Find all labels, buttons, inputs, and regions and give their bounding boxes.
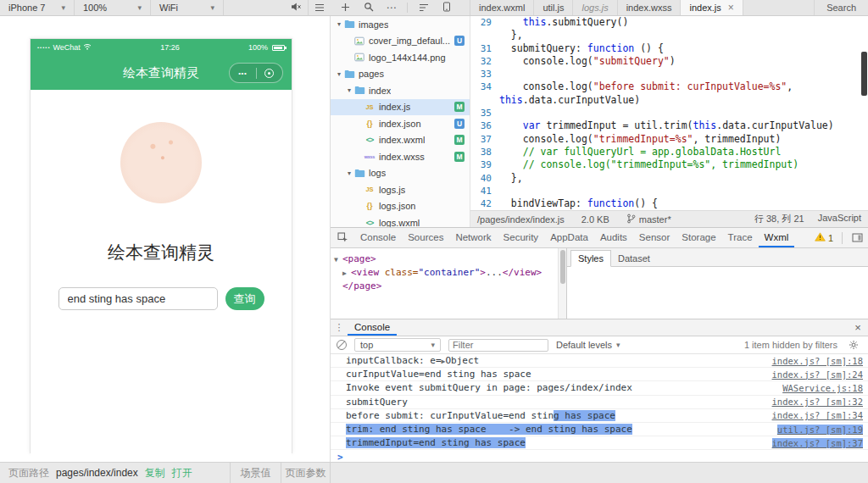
- inspect-element-button[interactable]: [331, 232, 354, 243]
- tab-storage[interactable]: Storage: [676, 228, 721, 247]
- chevron-down-icon[interactable]: ▾: [335, 70, 343, 78]
- file-explorer: ▾ images cover_img_defaul... U logo_144x…: [331, 16, 470, 227]
- tab-styles[interactable]: Styles: [570, 250, 611, 267]
- mute-button[interactable]: [285, 0, 308, 15]
- wxml-node-page-close: </page>: [334, 280, 558, 292]
- tab-appdata[interactable]: AppData: [544, 228, 594, 247]
- code-line: 32 console.log("submitQuery"): [470, 55, 868, 68]
- capsule-exit-button[interactable]: [257, 64, 283, 82]
- tree-item-index[interactable]: ▾ index: [331, 82, 470, 99]
- console-source-link[interactable]: WAService.js:18: [782, 383, 863, 393]
- zoom-selector[interactable]: 100% ▾: [75, 0, 151, 15]
- query-button[interactable]: 查询: [225, 287, 264, 310]
- simulator-panel: ••••• WeChat 17:26 100% 绘本查询精灵 •••: [0, 16, 331, 462]
- tree-item-images[interactable]: ▾ images: [331, 16, 470, 33]
- git-branch-indicator[interactable]: master*: [626, 214, 671, 225]
- console-source-link[interactable]: index.js? [sm]:18: [772, 356, 863, 366]
- tab-logs-js[interactable]: logs.js: [573, 0, 617, 15]
- signal-dots-icon: •••••: [37, 45, 51, 50]
- tab-sensor[interactable]: Sensor: [633, 228, 676, 247]
- format-button[interactable]: [412, 2, 435, 14]
- tab-network[interactable]: Network: [449, 228, 497, 247]
- code-text: var trimmedInput = util.trim(this.data.c…: [499, 119, 834, 132]
- close-tab-icon[interactable]: ×: [728, 3, 734, 13]
- editor-scrollbar-thumb[interactable]: [861, 52, 867, 96]
- expand-arrow-icon[interactable]: ▼: [334, 253, 342, 266]
- console-source-link[interactable]: index.js? [sm]:24: [772, 369, 863, 380]
- code-text: },: [499, 172, 523, 185]
- chevron-down-icon[interactable]: ▾: [345, 86, 353, 94]
- simulator-controls: iPhone 7 ▾ 100% ▾ WiFi ▾: [0, 0, 331, 15]
- tree-item-logs-wxml[interactable]: <> logs.wxml: [331, 214, 470, 227]
- tab-audits[interactable]: Audits: [594, 228, 633, 247]
- console-source-link[interactable]: index.js? [sm]:37: [772, 438, 863, 448]
- log-levels-selector[interactable]: Default levels ▾: [556, 340, 620, 350]
- tab-dataset[interactable]: Dataset: [611, 251, 657, 266]
- console-source-link[interactable]: index.js? [sm]:32: [772, 397, 863, 407]
- search-files-button[interactable]: [357, 2, 380, 14]
- tab-sources[interactable]: Sources: [402, 228, 449, 247]
- network-selector[interactable]: WiFi ▾: [151, 0, 224, 15]
- capsule-more-button[interactable]: •••: [230, 64, 256, 82]
- wxml-node-page[interactable]: ▼<page>: [334, 253, 558, 266]
- expand-arrow-icon[interactable]: ▶: [342, 267, 351, 280]
- wxml-scrollbar[interactable]: [558, 248, 566, 319]
- code-text: // var fullQueryUrl = app.globalData.Hos…: [499, 146, 781, 158]
- tree-item-logs-json[interactable]: {} logs.json: [331, 198, 470, 215]
- line-number: 39: [470, 158, 499, 171]
- chevron-down-icon[interactable]: ▾: [345, 169, 353, 177]
- chevron-down-icon[interactable]: ▾: [335, 20, 343, 28]
- tree-item-index-js[interactable]: JS index.js M: [331, 99, 470, 116]
- tree-item-index-json[interactable]: {} index.json U: [331, 115, 470, 132]
- tree-item-cover-img[interactable]: cover_img_defaul... U: [331, 33, 470, 50]
- new-file-button[interactable]: [334, 2, 357, 14]
- code-editor[interactable]: 29 this.submitQuery() }, 31 submitQuery:…: [470, 16, 868, 210]
- tree-item-index-wxss[interactable]: wxss index.wxss M: [331, 148, 470, 165]
- toggle-sidebar-button[interactable]: [308, 0, 331, 15]
- book-search-input[interactable]: [58, 287, 218, 310]
- tree-item-pages[interactable]: ▾ pages: [331, 66, 470, 83]
- tree-item-logs-js[interactable]: JS logs.js: [331, 181, 470, 198]
- tree-item-logo-png[interactable]: logo_144x144.png: [331, 49, 470, 66]
- search-button[interactable]: Search: [814, 0, 868, 15]
- scrollbar-thumb[interactable]: [560, 250, 565, 284]
- preview-device-button[interactable]: [435, 2, 458, 14]
- drawer-menu-icon[interactable]: ⋮: [331, 322, 348, 333]
- console-filter-input[interactable]: [448, 339, 548, 352]
- tab-security[interactable]: Security: [498, 228, 545, 247]
- more-icon: ⋯: [387, 3, 397, 13]
- more-actions-button[interactable]: ⋯: [380, 3, 403, 13]
- console-source-link[interactable]: index.js? [sm]:34: [772, 410, 863, 420]
- tree-item-logs[interactable]: ▾ logs: [331, 165, 470, 182]
- console-source-link[interactable]: util.js? [sm]:19: [777, 425, 863, 435]
- copy-path-button[interactable]: 复制: [145, 466, 165, 480]
- wxml-node-view[interactable]: ▶<view class="container">...</view>: [334, 266, 558, 280]
- toolbar-spacer: [224, 0, 285, 15]
- tab-trace[interactable]: Trace: [722, 228, 759, 247]
- file-path-label: /pages/index/index.js: [477, 214, 565, 225]
- language-mode-label[interactable]: JavaScript: [818, 213, 861, 225]
- close-drawer-icon[interactable]: ×: [848, 321, 868, 334]
- tree-item-index-wxml[interactable]: <> index.wxml M: [331, 132, 470, 149]
- console-input-line[interactable]: >: [331, 451, 868, 463]
- console-drawer-tab[interactable]: Console: [348, 319, 397, 336]
- devtools-tab-bar: Console Sources Network Security AppData…: [331, 228, 868, 248]
- tab-console[interactable]: Console: [354, 228, 402, 247]
- console-settings-button[interactable]: [845, 340, 862, 350]
- open-path-button[interactable]: 打开: [172, 466, 192, 480]
- tab-index-wxml[interactable]: index.wxml: [470, 0, 534, 15]
- execution-context-selector[interactable]: top ▾: [354, 338, 441, 352]
- tab-index-wxss[interactable]: index.wxss: [618, 0, 682, 15]
- device-selector[interactable]: iPhone 7 ▾: [0, 0, 75, 15]
- scene-value-section[interactable]: 场景值: [231, 463, 281, 483]
- dock-side-button[interactable]: [846, 233, 868, 242]
- page-params-section[interactable]: 页面参数: [281, 463, 331, 483]
- clear-console-icon[interactable]: [337, 340, 347, 350]
- tab-util-js[interactable]: util.js: [534, 0, 573, 15]
- console-filter-bar: top ▾ Default levels ▾ 1 item hidden by …: [331, 336, 868, 354]
- tab-wxml[interactable]: Wxml: [759, 228, 795, 247]
- tab-index-js[interactable]: index.js ×: [681, 0, 743, 15]
- selected-text: trim: end sting has space -> end sting h…: [346, 424, 632, 435]
- warning-indicator[interactable]: 1: [810, 232, 838, 243]
- hidden-items-label: 1 item hidden by filters: [744, 340, 837, 350]
